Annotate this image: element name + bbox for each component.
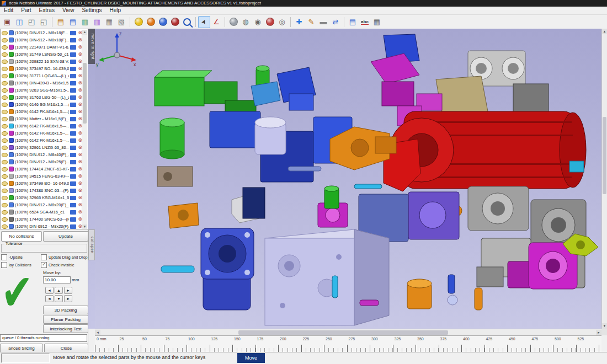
viewport[interactable]: move to right collapse z x y ▲ ▼ ◄ ► 0 m… — [88, 29, 607, 352]
analysis-view-icon[interactable] — [169, 16, 181, 28]
tree-item[interactable]: (100%) Mutter - M16x1,5(F)_...⊗ — [1, 115, 88, 122]
repair-part-icon[interactable]: ✎ — [305, 16, 317, 28]
menu-edit[interactable]: Edit — [0, 7, 17, 14]
checkbox-box[interactable]: ✓ — [41, 262, 47, 268]
visibility-eye-icon[interactable] — [2, 117, 8, 121]
vertical-scroll-thumb[interactable] — [603, 117, 606, 194]
tree-item[interactable]: (100%) 373497 BO- 16-039,0...⊗ — [1, 65, 88, 72]
move-arrow-button-5[interactable]: ► — [64, 295, 72, 302]
move-to-right-tab[interactable]: move to right — [88, 29, 95, 64]
parts-tree[interactable]: (100%) DIN-912 - M8x18(F...⊗(100%) DIN-9… — [0, 29, 88, 229]
visibility-eye-icon[interactable] — [2, 224, 8, 229]
menu-part[interactable]: Part — [17, 7, 35, 14]
3d-packing-button[interactable]: 3D Packing — [43, 306, 88, 314]
show-platform-icon[interactable]: ◍ — [239, 16, 252, 28]
scroll-up-icon[interactable]: ▲ — [602, 29, 607, 34]
visibility-eye-icon[interactable] — [2, 160, 8, 164]
menu-extras[interactable]: Extras — [35, 7, 58, 14]
visibility-eye-icon[interactable] — [2, 52, 8, 57]
platform-panel-icon[interactable]: ◰ — [25, 16, 38, 28]
horizontal-scrollbar[interactable]: ◄ ► — [95, 329, 601, 335]
tray-panel-icon[interactable]: ◱ — [38, 16, 50, 28]
menu-help[interactable]: Help — [106, 7, 125, 14]
update-button[interactable]: Update — [43, 231, 88, 242]
tree-item[interactable]: (100%) DIN-912 - M8x18(F...⊗ — [1, 29, 88, 36]
visibility-eye-icon[interactable] — [2, 74, 8, 78]
tree-item[interactable]: (100%) 34515 FENG-63-KF----(F)⊗ — [1, 173, 88, 180]
tree-item[interactable]: (100%) 373499 BO- 16-049,0...⊗ — [1, 180, 88, 187]
visibility-eye-icon[interactable] — [2, 81, 8, 85]
tree-item[interactable]: (100%) DIN-439-B - M16x1,5...⊗ — [1, 79, 88, 87]
scroll-right-icon[interactable]: ► — [596, 330, 601, 335]
tree-item[interactable]: (100%) 6142 FK-M16x1,5----(...⊗ — [1, 108, 88, 115]
rotate-tool-icon[interactable]: ∠ — [210, 16, 222, 28]
tree-item[interactable]: (100%) 6142 FK-M16x1,5--...⊗ — [1, 130, 88, 137]
menu-view[interactable]: View — [58, 7, 78, 14]
tree-item[interactable]: (100%) 174414 ZNCF-63-KF---...⊗ — [1, 165, 88, 173]
tree-item[interactable]: (100%) DIN-912 - M8x20(F)_...⊗ — [1, 201, 88, 208]
visibility-eye-icon[interactable] — [2, 67, 8, 71]
open-part-icon[interactable]: ▤ — [67, 16, 79, 28]
tree-item[interactable]: (100%) 31763 LBG-50---(L)_c...⊗ — [1, 94, 88, 101]
visibility-eye-icon[interactable] — [2, 174, 8, 179]
checkbox-box[interactable] — [41, 254, 47, 260]
visibility-eye-icon[interactable] — [2, 138, 8, 143]
tree-item[interactable]: (100%) 31771 LQG-63---(L)_c...⊗ — [1, 72, 88, 79]
visibility-eye-icon[interactable] — [2, 110, 8, 114]
scroll-down-icon[interactable]: ▼ — [602, 323, 607, 329]
visibility-eye-icon[interactable] — [2, 103, 8, 107]
tree-item[interactable]: (100%) DIN-6912 - M8x20(F)...⊗ — [1, 223, 88, 229]
zoom-icon[interactable] — [181, 16, 193, 28]
visibility-eye-icon[interactable] — [2, 95, 8, 100]
tree-item[interactable]: (100%) 32961 LNZG-63_80---...⊗ — [1, 144, 88, 151]
visibility-eye-icon[interactable] — [2, 60, 8, 64]
tree-item[interactable]: (100%) 6146 SG-M16x1,5----(...⊗ — [1, 101, 88, 108]
vertical-scrollbar[interactable]: ▲ ▼ — [601, 29, 607, 329]
wireframe-view-icon[interactable] — [145, 16, 157, 28]
visibility-eye-icon[interactable] — [2, 210, 8, 215]
visibility-eye-icon[interactable] — [2, 45, 8, 50]
report-icon[interactable]: ▤ — [347, 16, 359, 28]
default-view-icon[interactable] — [227, 16, 239, 28]
visibility-eye-icon[interactable] — [2, 203, 8, 207]
tree-scroll-down-icon[interactable]: ▼ — [82, 224, 87, 229]
move-arrow-button-0[interactable]: ◄ — [45, 287, 54, 294]
visibility-eye-icon[interactable] — [2, 146, 8, 150]
shaded-view-icon[interactable] — [132, 16, 145, 28]
visibility-eye-icon[interactable] — [2, 153, 8, 157]
visibility-eye-icon[interactable] — [2, 124, 8, 129]
remove-part-icon[interactable]: ▬ — [317, 16, 329, 28]
add-part-icon[interactable]: ✚ — [293, 16, 305, 28]
tree-item[interactable]: (100%) 174386 SNC-63---(F)...⊗ — [1, 187, 88, 194]
tree-item[interactable]: (100%) 209822 16 SXN 08 V...⊗ — [1, 58, 88, 65]
visibility-eye-icon[interactable] — [2, 88, 8, 93]
visibility-eye-icon[interactable] — [2, 189, 8, 193]
swap-parts-icon[interactable]: ⇄ — [329, 16, 342, 28]
visibility-eye-icon[interactable] — [2, 31, 8, 35]
visibility-eye-icon[interactable] — [2, 38, 8, 42]
tree-item[interactable]: (100%) 32965 KSG-M16x1_5...⊗ — [1, 194, 88, 201]
tree-item[interactable]: (100%) 9263 SGS-M16x1,5-...⊗ — [1, 87, 88, 94]
move-arrow-button-4[interactable]: ▼ — [55, 295, 63, 302]
export-part-icon[interactable]: ▥ — [91, 16, 103, 28]
move-by-input[interactable] — [43, 276, 71, 283]
checkbox-auto-update[interactable]: -Update — [1, 254, 23, 260]
checkbox-update-drag-drop[interactable]: Update Drag and Drop — [41, 254, 87, 260]
tree-scroll-up-icon[interactable]: ▲ — [82, 30, 87, 35]
workspace-icon[interactable]: ▣ — [1, 16, 13, 28]
interlocking-test-button[interactable]: Interlocking Test — [43, 324, 88, 333]
collapse-tab[interactable]: collapse — [88, 229, 95, 260]
visibility-eye-icon[interactable] — [2, 217, 8, 222]
measure-icon[interactable]: ◎ — [276, 16, 288, 28]
visibility-eye-icon[interactable] — [2, 131, 8, 136]
scroll-left-icon[interactable]: ◄ — [95, 330, 100, 335]
tree-item[interactable]: (100%) 6142 FK-M16x1,5---...⊗ — [1, 122, 88, 130]
planar-packing-button[interactable]: Planar Packing — [43, 315, 88, 324]
collision-view-icon[interactable] — [264, 16, 276, 28]
move-arrow-button-2[interactable]: ► — [64, 287, 72, 294]
tree-scrollbar[interactable]: ▲ ▼ — [82, 30, 87, 229]
tree-item[interactable]: (100%) DIN-912 - M8x25(F)...⊗ — [1, 158, 88, 165]
move-arrow-button-3[interactable]: ◄ — [45, 295, 54, 302]
menu-settings[interactable]: Settings — [78, 7, 105, 14]
tree-item[interactable]: (100%) DIN-912 - M8x40(F)_...⊗ — [1, 151, 88, 158]
